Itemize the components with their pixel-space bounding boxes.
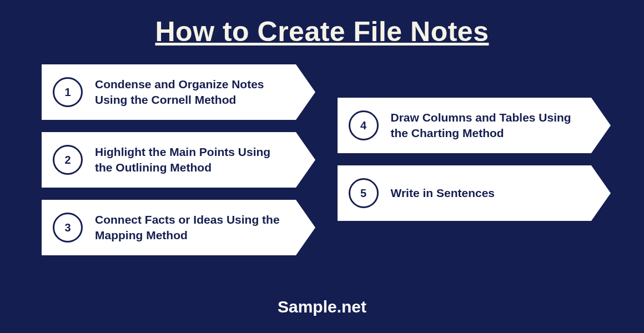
step-body: 1 Condense and Organize Notes Using the … xyxy=(42,64,296,120)
step-text: Write in Sentences xyxy=(391,185,495,201)
step-text: Draw Columns and Tables Using the Charti… xyxy=(391,110,586,142)
step-body: 2 Highlight the Main Points Using the Ou… xyxy=(42,132,296,188)
arrow-icon xyxy=(296,132,315,188)
step-text: Highlight the Main Points Using the Outl… xyxy=(95,144,290,176)
step-text: Condense and Organize Notes Using the Co… xyxy=(95,77,290,108)
step-number-circle: 1 xyxy=(53,77,83,107)
step-2: 2 Highlight the Main Points Using the Ou… xyxy=(42,132,315,188)
step-number-circle: 4 xyxy=(349,110,379,140)
arrow-icon xyxy=(591,98,611,153)
footer-text: Sample.net xyxy=(0,297,644,316)
step-body: 3 Connect Facts or Ideas Using the Mappi… xyxy=(42,200,296,255)
step-number-circle: 2 xyxy=(53,145,83,175)
arrow-icon xyxy=(296,200,315,255)
step-5: 5 Write in Sentences xyxy=(338,165,611,221)
step-4: 4 Draw Columns and Tables Using the Char… xyxy=(338,98,611,153)
arrow-icon xyxy=(296,64,315,120)
step-number-circle: 5 xyxy=(349,178,379,208)
right-column: 4 Draw Columns and Tables Using the Char… xyxy=(338,64,611,255)
steps-container: 1 Condense and Organize Notes Using the … xyxy=(0,48,644,255)
step-3: 3 Connect Facts or Ideas Using the Mappi… xyxy=(42,200,315,255)
step-text: Connect Facts or Ideas Using the Mapping… xyxy=(95,212,290,244)
step-body: 4 Draw Columns and Tables Using the Char… xyxy=(338,98,592,153)
left-column: 1 Condense and Organize Notes Using the … xyxy=(42,64,315,255)
page-title: How to Create File Notes xyxy=(0,0,644,48)
arrow-icon xyxy=(591,165,611,221)
step-number-circle: 3 xyxy=(53,213,83,243)
step-1: 1 Condense and Organize Notes Using the … xyxy=(42,64,315,120)
step-body: 5 Write in Sentences xyxy=(338,165,592,221)
